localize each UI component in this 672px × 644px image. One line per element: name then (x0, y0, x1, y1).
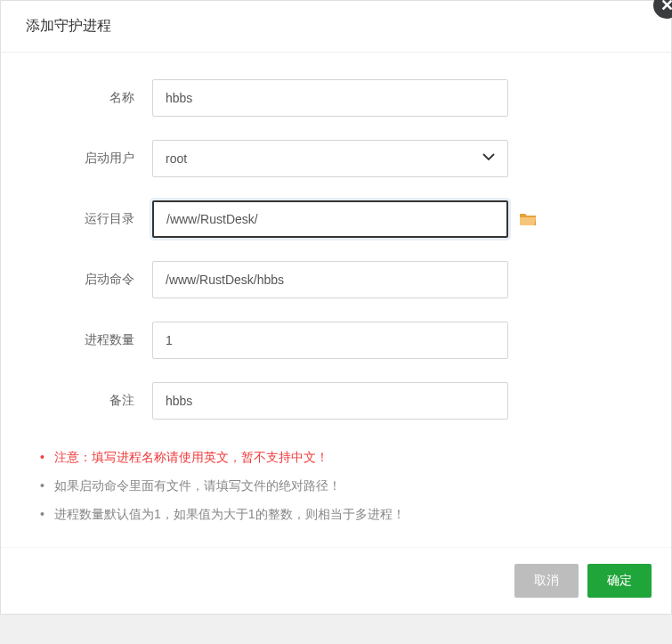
modal-footer: 取消 确定 (1, 547, 671, 614)
notes-list: 注意：填写进程名称请使用英文，暂不支持中文！ 如果启动命令里面有文件，请填写文件… (36, 443, 636, 529)
row-start-cmd: 启动命令 (36, 261, 636, 298)
confirm-button[interactable]: 确定 (587, 564, 652, 598)
input-proc-count[interactable] (152, 322, 508, 359)
row-remark: 备注 (36, 382, 636, 420)
label-user: 启动用户 (36, 151, 152, 167)
note-item: 进程数量默认值为1，如果值为大于1的整数，则相当于多进程！ (54, 500, 636, 528)
row-run-dir: 运行目录 (36, 200, 636, 238)
add-daemon-modal: ✕ 添加守护进程 名称 启动用户 root 运行目录 (0, 0, 672, 615)
label-run-dir: 运行目录 (36, 211, 152, 227)
note-item: 如果启动命令里面有文件，请填写文件的绝对路径！ (54, 471, 636, 500)
input-remark[interactable] (152, 382, 508, 420)
label-proc-count: 进程数量 (36, 332, 152, 348)
row-name: 名称 (36, 79, 636, 117)
label-start-cmd: 启动命令 (36, 272, 152, 288)
folder-icon[interactable] (519, 212, 537, 226)
label-name: 名称 (36, 90, 152, 106)
cancel-button[interactable]: 取消 (514, 564, 579, 598)
modal-header: 添加守护进程 (1, 1, 671, 53)
close-icon: ✕ (660, 0, 673, 15)
input-name[interactable] (152, 79, 508, 117)
select-user[interactable]: root (152, 140, 508, 177)
row-proc-count: 进程数量 (36, 322, 636, 359)
row-user: 启动用户 root (36, 140, 636, 177)
input-run-dir[interactable] (152, 200, 508, 238)
input-start-cmd[interactable] (152, 261, 508, 298)
note-warning: 注意：填写进程名称请使用英文，暂不支持中文！ (54, 443, 636, 471)
label-remark: 备注 (36, 393, 152, 409)
modal-body: 名称 启动用户 root 运行目录 启动命令 (1, 53, 671, 547)
modal-title: 添加守护进程 (26, 17, 646, 36)
